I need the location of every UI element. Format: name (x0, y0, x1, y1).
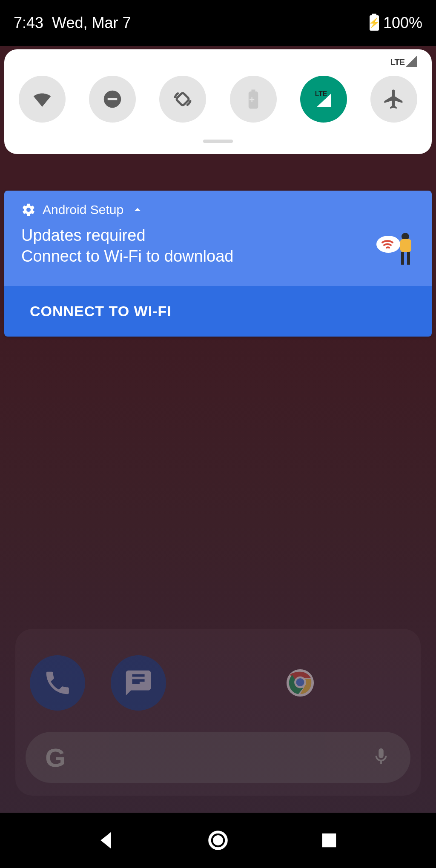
svg-rect-13 (323, 834, 336, 847)
notification-header[interactable]: Android Setup (21, 203, 415, 217)
mic-icon[interactable] (371, 747, 391, 768)
qs-expand-handle[interactable] (203, 140, 233, 143)
google-g-icon: G (45, 742, 66, 773)
status-bar: 7:43 Wed, Mar 7 ⚡ 100% (0, 0, 436, 46)
navigation-bar (0, 813, 436, 868)
svg-rect-9 (401, 252, 404, 265)
chevron-up-icon (130, 203, 145, 217)
status-time: 7:43 (14, 14, 43, 32)
dock (0, 655, 436, 711)
battery-percent: 100% (383, 14, 422, 32)
status-date: Wed, Mar 7 (52, 14, 131, 32)
quick-settings-panel[interactable]: LTE LTE (4, 49, 432, 154)
gear-icon (21, 203, 36, 217)
svg-rect-4 (108, 98, 118, 100)
qs-tile-battery-saver[interactable] (230, 76, 277, 123)
app-messages[interactable] (111, 655, 166, 711)
google-search-bar[interactable]: G (26, 732, 410, 783)
notification-app-name: Android Setup (43, 203, 123, 217)
notification-subtitle: Connect to Wi-Fi to download (21, 247, 364, 266)
qs-tile-mobile-data[interactable]: LTE (300, 76, 347, 123)
tile-lte-label: LTE (315, 90, 327, 97)
notification-illustration (372, 226, 415, 269)
nav-home-button[interactable] (205, 828, 231, 853)
nav-back-button[interactable] (94, 828, 120, 853)
svg-rect-10 (407, 252, 410, 265)
svg-point-12 (213, 836, 223, 845)
notification-card[interactable]: Android Setup Updates required Connect t… (4, 191, 432, 337)
app-chrome[interactable] (272, 655, 328, 711)
qs-tile-wifi[interactable] (19, 76, 66, 123)
app-phone[interactable] (30, 655, 85, 711)
signal-triangle-icon (405, 55, 417, 67)
notification-title: Updates required (21, 226, 364, 245)
qs-tile-dnd[interactable] (89, 76, 136, 123)
nav-recent-button[interactable] (316, 828, 342, 853)
signal-lte-label: LTE (390, 57, 404, 67)
svg-rect-8 (400, 239, 411, 252)
qs-tile-rotate[interactable] (159, 76, 206, 123)
signal-indicator: LTE (390, 55, 417, 67)
battery-charging-icon: ⚡ (370, 15, 379, 31)
qs-tile-airplane[interactable] (370, 76, 417, 123)
connect-wifi-button[interactable]: CONNECT TO WI-FI (4, 286, 432, 337)
